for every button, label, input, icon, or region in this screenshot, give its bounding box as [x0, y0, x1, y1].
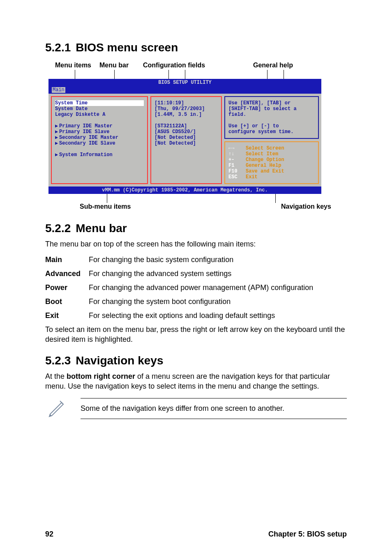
def-row: BootFor changing the system boot configu… [45, 297, 347, 306]
figure-top-connectors [45, 70, 347, 79]
nav-desc: Select Screen [246, 145, 284, 151]
label-submenu: Sub-menu items [45, 203, 228, 210]
nav-desc: Exit [246, 174, 258, 180]
bios-sub-secondary-ide-slave[interactable]: ▶Secondary IDE Slave [55, 140, 144, 146]
bios-value-time[interactable]: [11:10:19] [154, 100, 218, 106]
label-menu-items: Menu items [45, 62, 99, 69]
arrow-icon: ▶ [55, 152, 59, 158]
bios-config-fields-panel: [11:10:19] [Thu, 09/27/2003] [1.44M, 3.5… [150, 96, 222, 184]
def-desc: For changing the system boot configurati… [89, 297, 347, 306]
menubar-outro: To select an item on the menu bar, press… [45, 325, 347, 344]
figure-bottom-connectors [45, 194, 347, 203]
bios-sub-primary-ide-master[interactable]: ▶Primary IDE Master [55, 123, 144, 129]
def-row: PowerFor changing the advanced power man… [45, 283, 347, 292]
arrow-icon: ▶ [55, 129, 59, 135]
page-footer: 92 Chapter 5: BIOS setup [45, 530, 347, 539]
arrow-icon: ▶ [55, 123, 59, 129]
nav-desc: Select Item [246, 151, 278, 157]
label-config-fields: Configuration fields [136, 62, 247, 69]
figure-bottom-labels: Sub-menu items Navigation keys [45, 203, 347, 210]
nav-key: ←→ [228, 145, 246, 151]
bios-value-sis: [Not Detected] [154, 140, 218, 146]
heading-title: Navigation keys [76, 354, 163, 367]
page-number: 92 [45, 530, 53, 539]
nav-desc: Save and Exit [246, 168, 284, 174]
menubar-intro: The menu bar on top of the screen has th… [45, 239, 347, 249]
note-text: Some of the navigation keys differ from … [81, 398, 347, 419]
def-desc: For changing the basic system configurat… [89, 255, 347, 265]
def-term: Power [45, 283, 89, 292]
navkeys-intro: At the bottom right corner of a menu scr… [45, 371, 347, 391]
heading-number: 5.2.3 [45, 354, 71, 367]
bios-sub-primary-ide-slave[interactable]: ▶Primary IDE Slave [55, 129, 144, 135]
label-navkeys: Navigation keys [228, 203, 347, 210]
heading-5-2-2: 5.2.2Menu bar [45, 222, 347, 235]
def-desc: For changing the advanced power manageme… [89, 283, 347, 292]
bios-menubar-main[interactable]: Main [52, 87, 65, 93]
def-term: Advanced [45, 269, 89, 279]
nav-desc: Change Option [246, 157, 284, 163]
bios-menubar: Main [48, 86, 321, 94]
bios-footer: vMM.mm (C)Copyright 1985-2002, American … [48, 187, 321, 194]
bios-menu-items-panel: System Time System Date Legacy Diskette … [51, 96, 148, 184]
arrow-icon: ▶ [55, 140, 59, 146]
nav-key: F10 [228, 168, 246, 174]
figure-top-labels: Menu items Menu bar Configuration fields… [45, 62, 347, 69]
bios-help-panel: Use [ENTER], [TAB] or [SHIFT-TAB] to sel… [224, 96, 319, 139]
def-row: ExitFor selecting the exit options and l… [45, 311, 347, 320]
nav-key: +- [228, 157, 246, 163]
bios-value-pim: [ST321122A] [154, 123, 218, 129]
bios-item-legacy-diskette[interactable]: Legacy Diskette A [55, 112, 144, 117]
nav-key: ESC [228, 174, 246, 180]
heading-title: BIOS menu screen [76, 41, 178, 54]
heading-5-2-1: 5.2.1BIOS menu screen [45, 41, 347, 54]
def-row: MainFor changing the basic system config… [45, 255, 347, 265]
label-menu-bar: Menu bar [99, 62, 136, 69]
bios-value-sim: [Not Detected] [154, 135, 218, 140]
heading-number: 5.2.2 [45, 222, 71, 235]
bios-item-system-time[interactable]: System Time [55, 100, 144, 106]
def-term: Exit [45, 311, 89, 320]
def-desc: For selecting the exit options and loadi… [89, 311, 347, 320]
label-general-help: General help [247, 62, 335, 69]
heading-title: Menu bar [76, 222, 127, 235]
bios-item-system-date[interactable]: System Date [55, 106, 144, 112]
bios-sub-system-information[interactable]: ▶System Information [55, 152, 144, 158]
def-desc: For changing the advanced system setting… [89, 269, 347, 279]
nav-key: ↑↓ [228, 151, 246, 157]
def-term: Boot [45, 297, 89, 306]
pencil-icon [45, 398, 68, 419]
def-row: AdvancedFor changing the advanced system… [45, 269, 347, 279]
nav-key: F1 [228, 163, 246, 168]
chapter-label: Chapter 5: BIOS setup [268, 530, 347, 539]
arrow-icon: ▶ [55, 135, 59, 140]
bios-title: BIOS SETUP UTILITY [48, 79, 321, 86]
bios-value-disk[interactable]: [1.44M, 3.5 in.] [154, 112, 218, 117]
bios-nav-panel: ←→Select Screen ↑↓Select Item +-Change O… [224, 141, 319, 184]
heading-5-2-3: 5.2.3Navigation keys [45, 354, 347, 367]
bios-sub-secondary-ide-master[interactable]: ▶Secondary IDE Master [55, 135, 144, 140]
heading-number: 5.2.1 [45, 41, 71, 54]
bios-figure: BIOS SETUP UTILITY Main System Time Syst… [48, 79, 321, 194]
menubar-definitions: MainFor changing the basic system config… [45, 255, 347, 320]
def-term: Main [45, 255, 89, 265]
bios-value-date[interactable]: [Thu, 09/27/2003] [154, 106, 218, 112]
nav-desc: General Help [246, 163, 281, 168]
bios-value-pis: [ASUS CDS520/] [154, 129, 218, 135]
note-box: Some of the navigation keys differ from … [45, 398, 347, 419]
